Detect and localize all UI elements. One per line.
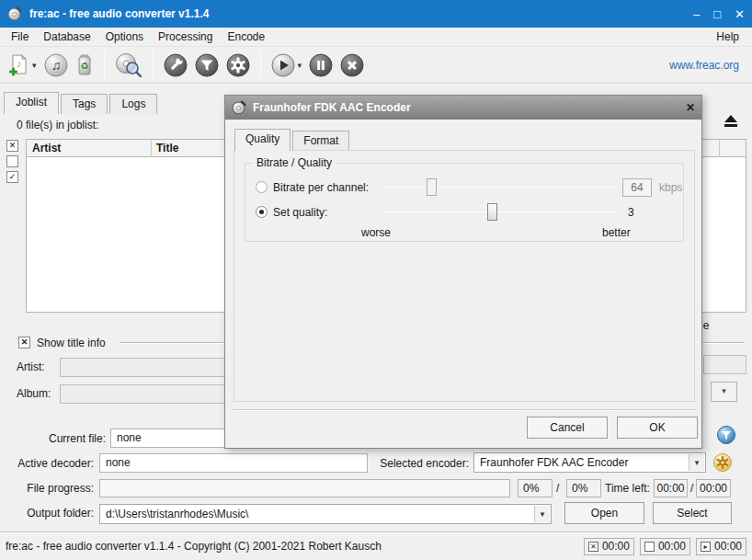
titlebar: fre:ac - free audio converter v1.1.4 – □…: [0, 0, 752, 28]
select-all-checkbox[interactable]: ✕: [6, 140, 18, 152]
statusbar: fre:ac - free audio converter v1.1.4 - C…: [0, 531, 752, 560]
dialog-title: Fraunhofer FDK AAC Encoder: [253, 101, 411, 114]
ok-button[interactable]: OK: [617, 417, 698, 439]
joblist-count: 0 file(s) in joblist:: [17, 119, 98, 131]
slider-thumb[interactable]: [427, 178, 437, 196]
eject-icon: [724, 115, 737, 122]
show-title-info-toggle[interactable]: ✕: [18, 337, 30, 349]
quality-radio[interactable]: [256, 206, 268, 218]
menu-item-database[interactable]: Database: [36, 29, 97, 45]
tab-format[interactable]: Format: [292, 131, 349, 151]
general-settings-button[interactable]: [164, 53, 188, 77]
start-encoding-button[interactable]: ▾: [271, 53, 302, 77]
menu-item-help[interactable]: Help: [707, 29, 748, 45]
website-link[interactable]: www.freac.org: [669, 59, 739, 72]
time-cell-remaining: ▸ 00:00: [696, 538, 746, 555]
checked-box-icon: ✕: [588, 542, 598, 552]
tab-joblist[interactable]: Joblist: [4, 92, 59, 114]
column-header-title[interactable]: Title: [151, 140, 184, 156]
show-title-info-label[interactable]: Show title info: [37, 337, 106, 349]
chevron-down-icon[interactable]: ▾: [534, 506, 550, 522]
slider-track: [383, 211, 617, 212]
progress-separator: /: [556, 482, 559, 495]
tab-quality[interactable]: Quality: [234, 129, 291, 151]
statusbar-time-cells: ✕ 00:00 00:00 ▸ 00:00: [584, 538, 746, 555]
clear-joblist-button[interactable]: ♻: [75, 53, 94, 77]
toolbar-separator: [260, 51, 261, 79]
dialog-close-button[interactable]: ✕: [686, 101, 695, 114]
cd-magnifier-icon: [115, 52, 142, 78]
dialog-tab-bar: Quality Format: [234, 129, 351, 151]
menu-item-options[interactable]: Options: [98, 29, 151, 45]
menu-item-file[interactable]: File: [4, 29, 36, 45]
file-progress-bar: [99, 479, 510, 497]
selected-encoder-value: Fraunhofer FDK AAC Encoder: [480, 456, 628, 469]
chevron-down-icon[interactable]: ▾: [689, 454, 704, 471]
bitrate-value: 64: [622, 178, 652, 197]
toolbar: ♪ ▾ ♫ ♻: [0, 46, 752, 84]
dialog-app-icon: [232, 100, 246, 115]
output-folder-label: Output folder:: [0, 507, 94, 520]
title-info-field-fragment[interactable]: [703, 355, 746, 374]
bitrate-slider[interactable]: [383, 178, 617, 196]
cddb-query-button[interactable]: [115, 52, 142, 78]
select-none-checkbox[interactable]: [6, 155, 18, 167]
pause-encoding-button[interactable]: [309, 53, 333, 77]
stop-x-icon: [340, 53, 364, 77]
selected-encoder-combo[interactable]: Fraunhofer FDK AAC Encoder ▾: [473, 452, 706, 473]
output-folder-combo[interactable]: d:\Users\tristanrhodes\Music\ ▾: [99, 504, 552, 524]
statusbar-text: fre:ac - free audio converter v1.1.4 - C…: [6, 540, 382, 553]
svg-text:♫: ♫: [51, 58, 61, 73]
select-folder-button[interactable]: Select: [653, 502, 732, 524]
column-divider[interactable]: [719, 140, 720, 157]
play-icon: [271, 53, 295, 77]
slider-track: [383, 187, 617, 188]
tab-tags[interactable]: Tags: [61, 94, 108, 114]
quality-slider[interactable]: [383, 203, 617, 221]
cancel-button[interactable]: Cancel: [527, 417, 608, 439]
menu-item-processing[interactable]: Processing: [151, 29, 220, 45]
toolbar-separator: [104, 51, 105, 79]
signal-processing-button[interactable]: [195, 53, 219, 77]
time-value: 00:00: [714, 540, 742, 553]
processing-indicator-icon[interactable]: [717, 426, 735, 444]
genre-combo-arrow-fragment[interactable]: ▾: [711, 382, 737, 402]
add-cd-tracks-button[interactable]: ♫: [44, 53, 68, 77]
column-divider[interactable]: [151, 140, 152, 157]
add-files-dropdown-icon[interactable]: ▾: [32, 61, 37, 70]
output-folder-value: d:\Users\tristanrhodes\Music\: [106, 508, 248, 520]
scale-better-label: better: [602, 226, 631, 239]
bitrate-label: Bitrate per channel:: [273, 181, 369, 194]
start-encoding-dropdown-icon[interactable]: ▾: [298, 61, 302, 70]
trash-recycle-icon: ♻: [75, 53, 94, 77]
bitrate-radio[interactable]: [256, 181, 268, 193]
add-files-button[interactable]: ♪ ▾: [7, 53, 37, 77]
stop-encoding-button[interactable]: [340, 53, 364, 77]
add-file-icon: ♪: [7, 53, 29, 77]
close-button[interactable]: ✕: [735, 8, 745, 20]
time-cell-selected: ✕ 00:00: [584, 538, 634, 555]
dialog-button-separator: [233, 409, 696, 411]
dialog-tab-panel: Bitrate / Quality Bitrate per channel: 6…: [234, 150, 695, 402]
group-title: Bitrate / Quality: [253, 156, 336, 169]
open-folder-button[interactable]: Open: [564, 502, 644, 524]
slider-thumb[interactable]: [487, 203, 497, 221]
configure-encoder-button[interactable]: [226, 53, 250, 77]
tab-logs[interactable]: Logs: [109, 94, 157, 114]
column-header-artist[interactable]: Artist: [27, 140, 151, 156]
eject-icon-bar: [724, 124, 737, 127]
dialog-titlebar: Fraunhofer FDK AAC Encoder ✕: [225, 96, 701, 120]
arrow-box-icon: ▸: [701, 542, 711, 552]
time-value: 00:00: [658, 540, 686, 553]
svg-text:♪: ♪: [17, 58, 22, 69]
minimize-button[interactable]: –: [693, 8, 700, 20]
maximize-button[interactable]: □: [713, 8, 721, 20]
time-value: 00:00: [602, 540, 630, 553]
toggle-selection-checkbox[interactable]: ✓: [6, 171, 18, 183]
encoder-settings-gear-icon[interactable]: [713, 453, 732, 472]
eject-button[interactable]: [724, 115, 738, 127]
funnel-icon: [195, 53, 219, 77]
svg-text:♻: ♻: [80, 61, 88, 71]
wrench-icon: [164, 53, 188, 77]
menu-item-encode[interactable]: Encode: [220, 29, 272, 45]
